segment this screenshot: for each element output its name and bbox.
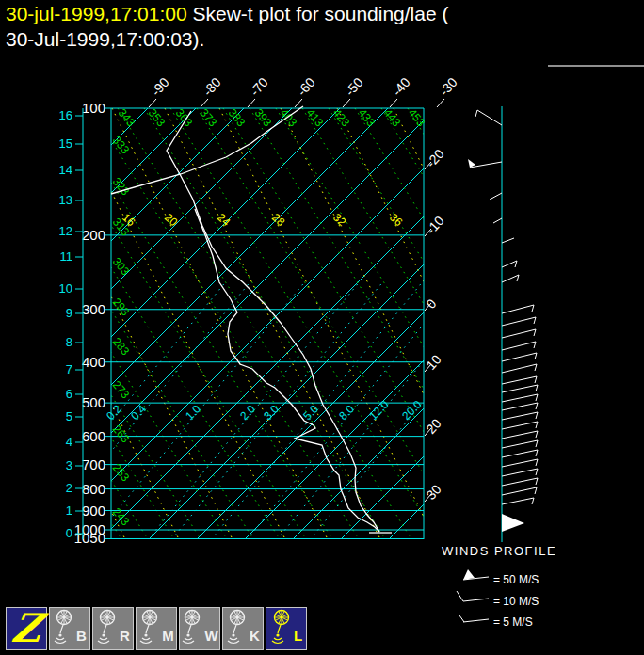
dry-adiabat-line (513, 108, 644, 539)
wind-barb (502, 364, 537, 373)
isotherm-line (389, 108, 644, 539)
wind-barb-hook (534, 329, 536, 336)
wind-barb (502, 498, 534, 504)
height-label: 16 (59, 108, 72, 122)
toolbar: Z B R (6, 607, 307, 650)
dry-adiabat-line (408, 108, 644, 539)
theta-left-label: 293 (110, 296, 133, 319)
height-label: 6 (66, 387, 72, 401)
height-label: 13 (59, 193, 72, 207)
top-temp-label: -30 (436, 74, 460, 99)
wind-barb-hook (534, 317, 536, 324)
button-letter: W (204, 628, 217, 644)
wind-barb (502, 305, 534, 313)
wind-barb-hook (536, 440, 538, 447)
wind-barb-hook (475, 110, 477, 117)
isotherm-line (149, 108, 580, 539)
pressure-label: 400 (82, 354, 105, 370)
radiosonde-icon (270, 609, 293, 649)
pressure-label: 1050 (74, 530, 105, 546)
button-letter: B (76, 628, 87, 644)
dry-adiabat-line (250, 108, 517, 539)
theta-top-label: 433 (356, 106, 378, 130)
dry-adiabat-line (592, 108, 644, 539)
height-label: 0 (66, 526, 72, 540)
isotherm-line (341, 108, 644, 539)
height-label: 7 (66, 362, 72, 376)
toolbar-button-k[interactable]: K (222, 607, 264, 650)
toolbar-button-w[interactable]: W (179, 607, 220, 650)
legend-barb-line (463, 619, 489, 622)
theta-top-label: 443 (381, 106, 404, 130)
toolbar-button-l[interactable]: L (266, 607, 307, 650)
wind-barb (502, 342, 536, 350)
wind-barb-hook (536, 478, 538, 485)
top-temp-label: -40 (389, 74, 413, 99)
radiosonde-icon-svg (270, 609, 293, 647)
theta-top-label: 423 (330, 106, 353, 130)
moist-adiabat-line (165, 108, 380, 539)
page-title: 30-jul-1999,17:01:00 Skew-t plot for sou… (6, 1, 636, 52)
mixing-ratio-label: 1.0 (183, 402, 203, 423)
radiosonde-icon-svg (53, 609, 75, 647)
mixing-ratio-label: 0.4 (128, 402, 149, 423)
moist-adiabat-line (70, 108, 285, 539)
dry-adiabat-line (434, 108, 644, 539)
dry-adiabat-line (170, 108, 438, 539)
height-label: 15 (59, 136, 72, 151)
pressure-label: 600 (82, 428, 105, 444)
isotherm-line (197, 108, 628, 539)
dry-adiabat-line (329, 108, 596, 539)
wind-barb-hook (535, 376, 537, 383)
sounding-traces (111, 106, 392, 533)
wind-barb (502, 261, 517, 267)
isotherm-line (0, 108, 196, 539)
moist-adiabat-label: 20 (162, 211, 181, 230)
theta-top-label: 343 (116, 106, 138, 130)
dry-adiabat-line (118, 108, 385, 539)
mixing-ratio-label: 2.0 (237, 402, 258, 423)
radiosonde-icon (96, 609, 119, 649)
moist-adiabat-label: 24 (215, 211, 233, 230)
toolbar-button-m[interactable]: M (136, 607, 177, 650)
wind-barb-hook (536, 403, 538, 409)
top-temp-tick (248, 99, 255, 107)
wind-barb (502, 459, 538, 467)
winds-profile-title: WINDS PROFILE (442, 544, 556, 558)
wind-barb-hook (536, 459, 538, 466)
skewt-chart: 1002003004005006007008009001000105016151… (0, 73, 644, 655)
moist-adiabat-line (0, 108, 179, 539)
top-temp-tick (437, 99, 444, 107)
wind-barb-hook (536, 450, 538, 456)
radiosonde-icon-svg (138, 609, 161, 647)
mixing-ratio-label: 3.0 (261, 402, 282, 423)
mixing-ratio-label: 20.0 (399, 397, 425, 423)
height-label: 12 (59, 224, 72, 238)
wind-barb (502, 422, 538, 429)
pressure-label: 300 (82, 301, 105, 317)
background-grid (0, 108, 644, 539)
toolbar-button-r[interactable]: R (92, 607, 134, 650)
height-label: 1 (66, 503, 72, 518)
button-letter: L (294, 628, 302, 644)
radiosonde-icon-svg (96, 609, 119, 647)
theta-left-label: 323 (110, 175, 133, 199)
legend-full-barb-icon (457, 591, 463, 601)
wind-barb (502, 487, 537, 495)
moist-adiabat-label: 32 (330, 211, 349, 230)
top-temp-label: -60 (294, 74, 318, 99)
title-text-line2: 30-Jul-1999,17:00:03). (6, 28, 204, 50)
toolbar-button-b[interactable]: B (49, 607, 90, 650)
window-edge-line (548, 65, 644, 67)
radiosonde-icon (53, 609, 75, 649)
wind-barb-hook (536, 385, 538, 391)
theta-left-label: 243 (110, 505, 133, 529)
wind-barb (502, 317, 536, 326)
isotherm-line (245, 108, 644, 539)
legend-pennant-icon (463, 569, 475, 580)
wind-barb (502, 431, 538, 439)
toolbar-button-z[interactable]: Z (6, 607, 47, 650)
radiosonde-icon-svg (226, 609, 249, 647)
theta-top-label: 363 (173, 106, 196, 130)
wind-barb (502, 478, 538, 486)
